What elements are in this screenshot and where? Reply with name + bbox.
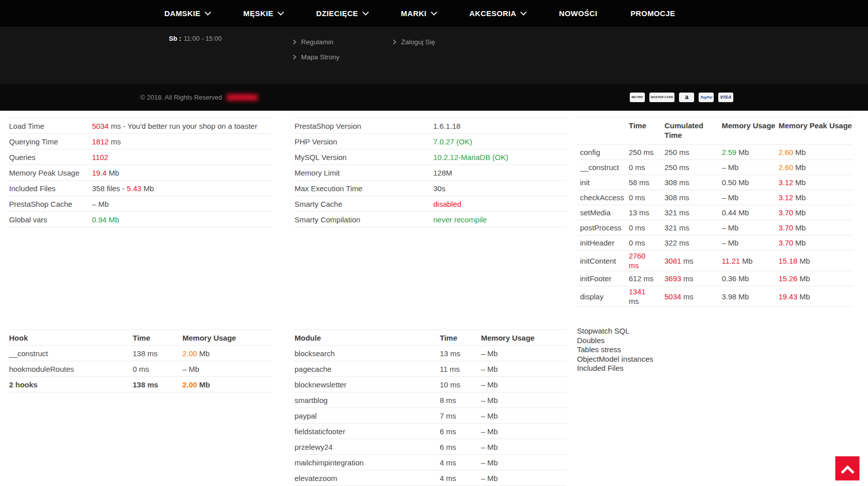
cell-value: 19.43 Mb [779,292,853,301]
table-row: blocksearch13 ms– Mb [295,346,566,361]
text-part: 5034 [664,292,681,301]
cell-value: 250 ms [629,147,664,157]
cell-value: 0 ms [133,365,182,373]
text-part: ms [629,297,639,305]
nav-item-label: AKCESORIA [469,9,517,18]
cell-value: 3693 ms [664,274,722,283]
cell-value: 612 ms [629,274,664,283]
table-row: __construct138 ms2.00 Mb [9,346,271,361]
row-label: checkAccess [577,193,629,202]
text-part: 2.00 [182,380,197,389]
nav-item-akcesoria[interactable]: AKCESORIA [469,9,526,18]
profiler-link-tables-stress[interactable]: Tables stress [577,346,653,354]
payment-icon-visa: VISA [718,93,733,102]
cell-value: – Mb [722,193,779,202]
row-label: setMedia [577,208,629,217]
chevron-right-icon [392,40,397,45]
nav-item-promocje[interactable]: PROMOCJE [630,9,675,18]
controller-timing-table: TimeCumulated TimeMemory UsageMemory Pea… [577,117,853,307]
cell-value: 13 ms [440,349,481,358]
copyright-bar: © 2018. All Rights Reserved WU PAYMASTER… [0,84,868,111]
text-part: 0.50 Mb [722,178,749,187]
text-part: 3.98 Mb [722,292,749,301]
profiler-link-doubles[interactable]: Doubles [577,337,653,345]
nav-item-nowości[interactable]: NOWOŚCI [559,9,597,18]
payment-methods: WU PAYMASTER CARDaPayPalVISA [630,84,733,111]
row-value: disabled [433,200,566,208]
nav-item-dziecięce[interactable]: DZIECIĘCE [316,9,368,18]
text-part: 250 ms [664,148,689,156]
text-part: 13 ms [629,208,649,217]
text-part: 19.4 [92,169,107,177]
cell-value: 1341 ms [629,287,664,306]
cell-value: – Mb [722,223,779,232]
footer-link-mapa-strony[interactable]: Mapa Strony [292,53,340,61]
table-row: elevatezoom4 ms– Mb [295,470,566,486]
text-part: 15.26 [779,274,798,283]
payment-icon-amazon: a [679,93,694,102]
nav-item-label: PROMOCJE [630,9,675,18]
profiler-link-objectmodel-instances[interactable]: ObjectModel instances [577,355,653,364]
row-label: Memory Peak Usage [9,169,92,177]
cell-value: 3.98 Mb [722,292,779,301]
text-part: Mb [798,274,810,283]
row-label: Load Time [9,122,92,130]
text-part: Mb [793,178,806,187]
row-label: display [577,292,629,301]
chevron-right-icon [292,40,297,45]
footer-link-zaloguj-się[interactable]: Zaloguj Się [392,38,435,46]
text-part: 0.44 Mb [722,208,749,217]
text-part: 321 ms [664,223,689,232]
profiler-row: Included Files358 files - 5.43 Mb [9,181,271,196]
column-header: Time [133,334,182,342]
text-part: Mb [793,238,806,247]
text-part: 3.70 [779,208,793,217]
nav-item-męskie[interactable]: MĘSKIE [243,9,283,18]
profiler-link-included-files[interactable]: Included Files [577,364,653,373]
text-part: 128M [433,169,452,177]
row-label: initContent [577,256,629,266]
cell-value: – Mb [481,396,566,404]
payment-icon-wu-pay: WU PAY [630,93,645,102]
nav-item-marki[interactable]: MARKI [401,9,436,18]
text-part: 3.70 [779,223,793,232]
cell-value: 2.00 Mb [182,349,271,358]
cell-value: – Mb [481,412,566,420]
payment-icon-mastercard: MASTER CARD [649,93,674,102]
profiler-link-stopwatch-sql[interactable]: Stopwatch SQL [577,327,653,336]
main-navigation: DAMSKIEMĘSKIEDZIECIĘCEMARKIAKCESORIANOWO… [0,0,868,27]
cell-value: 8 ms [440,396,481,404]
footer-link-regulamin[interactable]: Regulamin [292,38,340,46]
server-config-table: PrestaShop Version1.6.1.18PHP Version7.0… [295,118,566,227]
cell-value: 6 ms [440,427,481,436]
cell-value: 3.70 Mb [779,208,853,217]
row-value: 1812 ms [92,137,271,146]
timing-row: init58 ms308 ms0.50 Mb3.12 Mb [577,175,853,190]
row-value: 7.0.27 (OK) [433,137,566,146]
text-part: 3081 [664,257,681,265]
text-part: 308 ms [664,178,689,187]
cell-value: 13 ms [629,208,664,217]
cell-value: 0 ms [629,223,664,232]
scroll-to-top-button[interactable] [835,456,859,480]
text-part: – Mb [481,380,498,389]
text-part: Mb [798,257,810,265]
modules-table: ModuleTimeMemory Usageblocksearch13 ms– … [295,330,566,486]
text-part: Mb [793,148,806,156]
text-part: – Mb [481,349,498,358]
text-part: – Mb [182,365,199,373]
text-part: 58 ms [629,178,649,187]
opening-hours-day: Sb : [169,35,181,42]
row-label: MySQL Version [295,153,433,161]
nav-item-damskie[interactable]: DAMSKIE [164,9,210,18]
text-part: 2.60 [779,163,793,172]
cell-value: 0.36 Mb [722,274,779,283]
footer-links-column-2: Zaloguj Się [392,38,435,46]
row-label: Smarty Cache [295,200,433,208]
text-part: ms - You'd better run your shop on a toa… [109,122,257,130]
table-row: blocknewsletter10 ms– Mb [295,377,566,392]
text-part: – Mb [481,474,498,482]
cell-value: 0.50 Mb [722,178,779,187]
cell-value: 6 ms [440,443,481,451]
payment-icon-paypal: PayPal [699,93,714,102]
